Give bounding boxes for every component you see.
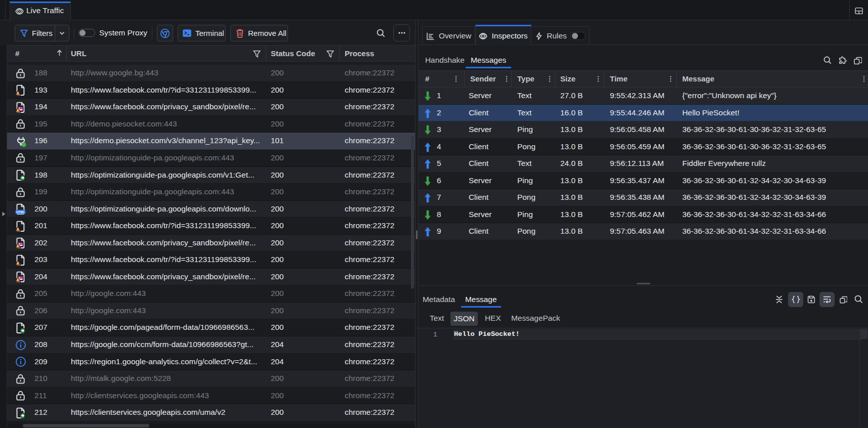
svg-text:HTML: HTML [16,210,25,213]
